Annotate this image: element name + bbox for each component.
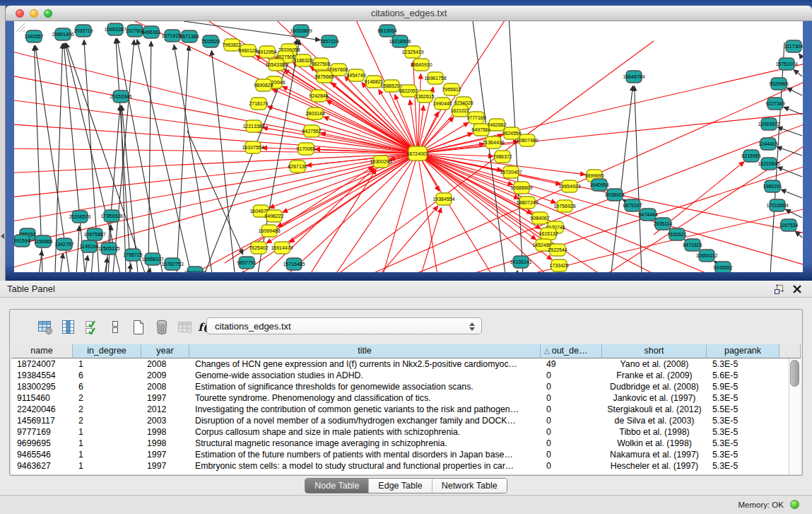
network-edge[interactable]: [39, 250, 42, 272]
table-cell: 2008: [141, 381, 189, 392]
delete-table-button[interactable]: [152, 317, 172, 337]
tab-network-table[interactable]: Network Table: [433, 479, 507, 493]
node-label: 1990445: [433, 101, 452, 106]
column-header-in_degree[interactable]: in_degree: [73, 344, 141, 358]
table-cell: de Silva et al. (2003): [602, 415, 707, 426]
table-cell: 0: [541, 460, 602, 472]
network-edge[interactable]: [85, 255, 88, 272]
network-edge[interactable]: [205, 40, 298, 272]
network-edge[interactable]: [421, 208, 441, 272]
column-header-pagerank[interactable]: pagerank: [707, 344, 779, 358]
node-label: 7986372: [493, 154, 512, 159]
column-header-short[interactable]: short: [602, 344, 707, 358]
network-edge[interactable]: [777, 147, 802, 156]
table-row[interactable]: 911546021997Tourette syndrome. Phenomeno…: [11, 392, 801, 404]
network-edge[interactable]: [794, 70, 802, 76]
network-edge[interactable]: [14, 49, 418, 153]
column-header-name[interactable]: name: [11, 344, 73, 358]
node-label: 7963822: [222, 42, 241, 47]
network-edge[interactable]: [258, 40, 300, 272]
table-row[interactable]: 1456911722003Disruption of a novel membe…: [11, 415, 801, 426]
tab-edge-table[interactable]: Edge Table: [369, 479, 432, 493]
node-label: 12505135: [98, 246, 119, 251]
network-edge[interactable]: [14, 74, 418, 153]
network-edge[interactable]: [635, 86, 642, 272]
network-edge[interactable]: [418, 153, 721, 272]
network-edge[interactable]: [418, 21, 509, 153]
network-edge[interactable]: [380, 206, 438, 272]
table-selector-dropdown[interactable]: citations_edges.txt: [206, 317, 482, 334]
table-cell: 0: [541, 404, 602, 415]
tab-node-table[interactable]: Node Table: [305, 479, 369, 493]
table-row[interactable]: 946362711997Embryonic stem cells: a mode…: [11, 460, 801, 472]
panel-collapse-arrow-icon[interactable]: [1, 233, 4, 239]
network-edge[interactable]: [326, 100, 418, 153]
create-table-button[interactable]: [129, 317, 148, 337]
network-edge[interactable]: [799, 54, 802, 58]
table-row[interactable]: 1872400712008Changes of HCN gene express…: [11, 358, 801, 370]
network-edge[interactable]: [781, 189, 802, 198]
table-row[interactable]: 969969511998Structural magnetic resonanc…: [11, 438, 801, 449]
node-label: 8938924: [605, 192, 624, 197]
float-panel-icon[interactable]: [774, 284, 784, 294]
resize-grip-icon[interactable]: [14, 21, 25, 33]
table-row[interactable]: 977716911998Corpus callosum shape and si…: [11, 426, 801, 438]
table-browser: f(x) citations_edges.txt namein_degreeye…: [9, 309, 803, 476]
network-edge[interactable]: [777, 127, 802, 136]
row-height-button[interactable]: [105, 317, 125, 337]
table-cell: 5.3E-5: [707, 449, 779, 460]
network-window-titlebar[interactable]: citations_edges.txt: [6, 6, 812, 21]
network-window: citations_edges.txt 18724007796382289601…: [6, 6, 812, 281]
table-cell: Corpus callosum shape and size in male p…: [189, 426, 541, 438]
node-label: 8427552: [302, 129, 321, 134]
table-row[interactable]: 2242004622012Investigating the contribut…: [11, 404, 801, 415]
node-label: 18640910: [410, 62, 432, 67]
network-edge[interactable]: [418, 153, 551, 272]
node-label: 9529966: [769, 81, 788, 86]
table-settings-button[interactable]: [35, 317, 55, 337]
network-edge[interactable]: [225, 167, 373, 263]
network-edge[interactable]: [116, 38, 131, 272]
node-label: 16099488: [258, 228, 280, 233]
scrollbar-thumb[interactable]: [790, 360, 799, 387]
node-label: 9242848: [309, 93, 328, 98]
network-edge[interactable]: [60, 253, 63, 272]
column-header-title[interactable]: title: [189, 344, 541, 358]
table-cell: 6: [73, 381, 141, 392]
node-label: 18107554: [242, 145, 264, 150]
column-header-year[interactable]: year: [141, 344, 189, 358]
network-edge[interactable]: [187, 131, 243, 255]
network-edge[interactable]: [418, 153, 495, 272]
network-edge[interactable]: [113, 40, 134, 272]
close-panel-icon[interactable]: [792, 284, 802, 294]
table-cell: 0: [541, 392, 602, 404]
table-row[interactable]: 1938455462009Genome-wide association stu…: [11, 370, 801, 381]
network-edge[interactable]: [611, 86, 633, 272]
network-canvas[interactable]: 1872400779638228960128891295423226058982…: [14, 21, 803, 272]
table-row[interactable]: 1830029562008Estimation of significance …: [11, 381, 801, 392]
network-edge[interactable]: [14, 153, 418, 247]
import-table-button[interactable]: [175, 317, 195, 337]
network-edge[interactable]: [174, 45, 212, 272]
table-row[interactable]: 946554611997Estimation of the future num…: [11, 449, 801, 460]
network-edge[interactable]: [787, 88, 802, 95]
column-header-out_de[interactable]: △out_de…: [541, 344, 602, 358]
network-edge[interactable]: [148, 41, 151, 272]
network-edge[interactable]: [242, 271, 243, 272]
node-label: 1795725: [123, 252, 142, 257]
table-scrollbar[interactable]: [789, 358, 801, 474]
table-cell: 5.5E-5: [707, 404, 779, 415]
network-edge[interactable]: [786, 209, 802, 218]
table-cell: 18724007: [11, 358, 73, 370]
network-edge[interactable]: [66, 43, 145, 272]
network-edge[interactable]: [516, 271, 518, 272]
selection-mode-button[interactable]: [82, 317, 102, 337]
network-edge[interactable]: [784, 107, 802, 115]
network-edge[interactable]: [211, 50, 235, 272]
column-visibility-button[interactable]: [59, 317, 78, 337]
network-edge[interactable]: [122, 105, 138, 272]
node-label: 14136141: [510, 259, 531, 264]
network-svg: 1872400779638228960128891295423226058982…: [14, 21, 803, 272]
table-cell: Estimation of the future numbers of pati…: [189, 449, 541, 460]
table-cell: 5.6E-5: [707, 370, 779, 381]
